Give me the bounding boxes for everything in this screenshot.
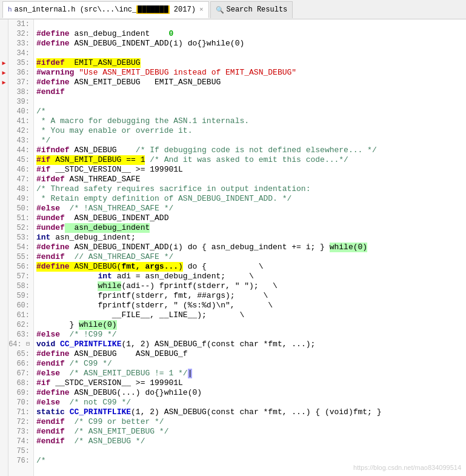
type-void: void: [36, 340, 55, 349]
code-text: [36, 281, 98, 291]
str-warning: "Use ASN_EMIT_DEBUG instead of EMIT_ASN_…: [74, 68, 296, 78]
kw-ifndef: #ifndef: [36, 146, 70, 155]
ln-38: 38:: [8, 87, 30, 97]
code-text: ASN_DEBUG: [70, 146, 136, 155]
code-text: __STDC_VERSION__ >= 199901L: [50, 378, 182, 388]
code-text: ASN_EMIT_DEBUG EMIT_ASN_DEBUG: [70, 78, 221, 87]
ln-44: 44:: [8, 146, 30, 155]
ln-35: 35:: [8, 58, 30, 68]
num-0: 0: [168, 29, 173, 39]
code-text: adi = asn_debug_indent; \: [112, 272, 254, 281]
code-text: asn_debug_indent;: [50, 233, 135, 243]
code-text: (1, 2) ASN_DEBUG_f(const char *fmt, ...)…: [121, 340, 315, 349]
kw-endif2: #endif: [36, 252, 65, 262]
kw-define2: #define: [36, 39, 70, 49]
kw-ifdef-thread: #ifdef: [36, 175, 65, 184]
code-line-48: /* Thread safety requires sacrifice in o…: [36, 184, 466, 194]
comment-72: /* C99 or better */: [65, 417, 164, 427]
ln-37: 37:: [8, 78, 30, 87]
ln-55: 55:: [8, 252, 30, 262]
tab-asn-close[interactable]: ×: [199, 6, 204, 13]
app-container: h asn_internal.h (src\...\inc_███████ 20…: [0, 0, 466, 476]
code-line-71: static CC_PRINTFLIKE (1, 2) ASN_DEBUG(co…: [36, 407, 466, 417]
ln-56: 56:: [8, 262, 30, 272]
code-text: __STDC_VERSION__ >= 199901L: [50, 165, 182, 175]
ln-43: 43:: [8, 136, 30, 146]
gutter-icon-1[interactable]: ▶: [1, 58, 8, 68]
ln-48: 48:: [8, 184, 30, 194]
watermark: https://blog.csdn.net/mao834099514: [353, 464, 461, 471]
type-static: static: [36, 407, 65, 417]
kw-define3: #define: [36, 78, 70, 87]
tab-search-label: Search Results: [227, 5, 288, 14]
code-line-55: #endif // ASN_THREAD_SAFE */: [36, 252, 466, 262]
code-text: }: [36, 320, 79, 330]
code-line-46: #if __STDC_VERSION__ >= 199901L: [36, 165, 466, 175]
code-line-31: [36, 19, 466, 29]
code-text: ASN_DEBUG(...) do{}while(0): [70, 388, 202, 398]
code-line-50: #else /* !ASN_THREAD_SAFE */: [36, 204, 466, 213]
code-line-54: #define ASN_DEBUG_INDENT_ADD(i) do { asn…: [36, 243, 466, 252]
ln-39: 39:: [8, 97, 30, 107]
hl-define-asn-debug: #define ASN_DEBUG(fmt, args...): [36, 262, 183, 272]
code-line-37: #define ASN_EMIT_DEBUG EMIT_ASN_DEBUG: [36, 78, 466, 87]
code-line-75: [36, 446, 466, 456]
code-line-36: #warning "Use ASN_EMIT_DEBUG instead of …: [36, 68, 466, 78]
code-line-68: #if __STDC_VERSION__ >= 199901L: [36, 378, 466, 388]
code-line-67: #else /* ASN_EMIT_DEBUG != 1 */ |: [36, 369, 466, 378]
code-text: ASN_DEBUG_INDENT_ADD(i) do{}while(0): [70, 39, 245, 49]
ln-58: 58:: [8, 281, 30, 291]
ln-59: 59:: [8, 291, 30, 301]
code-line-44: #ifndef ASN_DEBUG /* If debugging code i…: [36, 146, 466, 155]
ln-65: 65:: [8, 349, 30, 359]
code-text: __FILE__, __LINE__); \: [36, 310, 244, 320]
tab-asn-internal[interactable]: h asn_internal.h (src\...\inc_███████ 20…: [2, 1, 209, 18]
ln-46: 46:: [8, 165, 30, 175]
code-line-32: #define asn_debug_indent 0: [36, 29, 466, 39]
code-text: (1, 2) ASN_DEBUG(const char *fmt, ...) {…: [131, 407, 381, 417]
comment-40: /*: [36, 107, 46, 116]
kw-define4: #define: [36, 243, 70, 252]
code-line-38: #endif: [36, 87, 466, 97]
code-line-61: __FILE__, __LINE__); \: [36, 310, 466, 320]
line-numbers: 31: 32: 33: 34: 35: 36: 37: 38: 39: 40: …: [8, 19, 34, 476]
fn-cc-printflike: CC_PRINTFLIKE: [60, 340, 121, 349]
ln-40: 40:: [8, 107, 30, 116]
kw-define6: #define: [36, 388, 70, 398]
gutter-icon-3[interactable]: ▶: [1, 78, 8, 87]
ln-54: 54:: [8, 243, 30, 252]
code-line-74: #endif /* ASN_DEBUG */: [36, 437, 466, 446]
code-text: ASN_DEBUG_INDENT_ADD: [65, 213, 169, 223]
tab-search-results[interactable]: 🔍 Search Results: [210, 1, 293, 18]
kw-else: #else: [36, 204, 60, 213]
kw-else2: #else: [36, 330, 60, 340]
kw-endif6: #endif: [36, 437, 65, 446]
comment-73: /* ASN_EMIT_DEBUG */: [65, 427, 169, 437]
ln-57: 57:: [8, 272, 30, 281]
code-text: asn_debug_indent: [70, 29, 169, 39]
ln-51: 51:: [8, 213, 30, 223]
cursor-bar: |: [188, 369, 193, 378]
tab-bar: h asn_internal.h (src\...\inc_███████ 20…: [0, 0, 466, 19]
gutter-icon-2[interactable]: ▶: [1, 68, 8, 78]
ln-60: 60:: [8, 301, 30, 310]
kw-define5: #define: [36, 349, 70, 359]
h-file-icon: h: [8, 6, 12, 13]
code-line-45: #if ASN_EMIT_DEBUG == 1 /* And it was as…: [36, 155, 466, 165]
code-line-62: } while(0): [36, 320, 466, 330]
code-line-35: #ifdef EMIT_ASN_DEBUG: [36, 58, 466, 68]
editor-container: ▶ ▶ ▶ 31: 32: 33: 34: 35: 36: 37: 38: 39…: [0, 19, 466, 476]
comment-41: * A macro for debugging the ASN.1 intern…: [36, 116, 249, 126]
code-text: [36, 272, 98, 281]
code-text: [65, 407, 70, 417]
kw-define: #define: [36, 29, 70, 39]
code-line-59: fprintf(stderr, fmt, ##args); \: [36, 291, 466, 301]
comment-70: /* not C99 */: [60, 398, 131, 407]
code-line-57: int adi = asn_debug_indent; \: [36, 272, 466, 281]
fn-cc2: CC_PRINTFLIKE: [70, 407, 131, 417]
comment-67: /* ASN_EMIT_DEBUG != 1 */: [60, 369, 188, 378]
ln-75: 75:: [8, 446, 30, 456]
ln-70: 70:: [8, 398, 30, 407]
ln-49: 49:: [8, 194, 30, 204]
ln-62: 62:: [8, 320, 30, 330]
